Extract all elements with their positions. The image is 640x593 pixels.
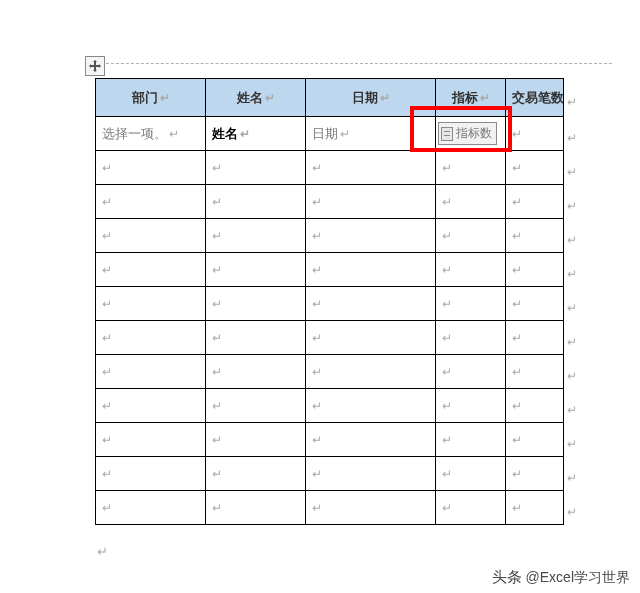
ruler-guide bbox=[106, 63, 612, 64]
table-row[interactable]: ↵↵↵↵↵ bbox=[96, 389, 564, 423]
date-field[interactable]: 日期↵ bbox=[306, 117, 436, 151]
header-indicator: 指标↵ bbox=[436, 79, 506, 117]
attribution: 头条 @Excel学习世界 bbox=[492, 568, 630, 587]
table-row[interactable]: ↵↵↵↵↵ bbox=[96, 219, 564, 253]
attribution-handle: @Excel学习世界 bbox=[526, 569, 630, 587]
move-icon bbox=[89, 60, 101, 72]
table-row[interactable]: 选择一项。↵ 姓名↵ 日期↵ 指标数 ↵ bbox=[96, 117, 564, 151]
table-move-handle[interactable] bbox=[85, 56, 105, 76]
header-name: 姓名↵ bbox=[206, 79, 306, 117]
word-table[interactable]: 部门↵ 姓名↵ 日期↵ 指标↵ 交易笔数↵ 选择一项。↵ 姓名↵ 日期↵ 指标数… bbox=[95, 78, 563, 525]
table-row[interactable]: ↵↵↵↵↵ bbox=[96, 491, 564, 525]
table-row[interactable]: ↵↵↵↵↵ bbox=[96, 321, 564, 355]
txcount-field[interactable]: ↵ bbox=[506, 117, 564, 151]
post-table-para-mark: ↵ bbox=[97, 544, 108, 559]
table-row[interactable]: ↵↵↵↵↵ bbox=[96, 185, 564, 219]
para-mark: ↵ bbox=[160, 91, 170, 105]
indicator-field[interactable]: 指标数 bbox=[436, 117, 506, 151]
dept-dropdown[interactable]: 选择一项。↵ bbox=[96, 117, 206, 151]
table-row[interactable]: ↵↵↵↵↵ bbox=[96, 151, 564, 185]
header-date: 日期↵ bbox=[306, 79, 436, 117]
table-row[interactable]: ↵↵↵↵↵ bbox=[96, 457, 564, 491]
content-control-grip-icon[interactable] bbox=[441, 127, 453, 141]
table-row[interactable]: ↵↵↵↵↵ bbox=[96, 423, 564, 457]
header-tx-count: 交易笔数↵ bbox=[506, 79, 564, 117]
name-field[interactable]: 姓名↵ bbox=[206, 117, 306, 151]
table-row[interactable]: ↵↵↵↵↵ bbox=[96, 253, 564, 287]
attribution-prefix: 头条 bbox=[492, 568, 522, 587]
table-row[interactable]: ↵↵↵↵↵ bbox=[96, 287, 564, 321]
table-row[interactable]: ↵↵↵↵↵ bbox=[96, 355, 564, 389]
header-department: 部门↵ bbox=[96, 79, 206, 117]
